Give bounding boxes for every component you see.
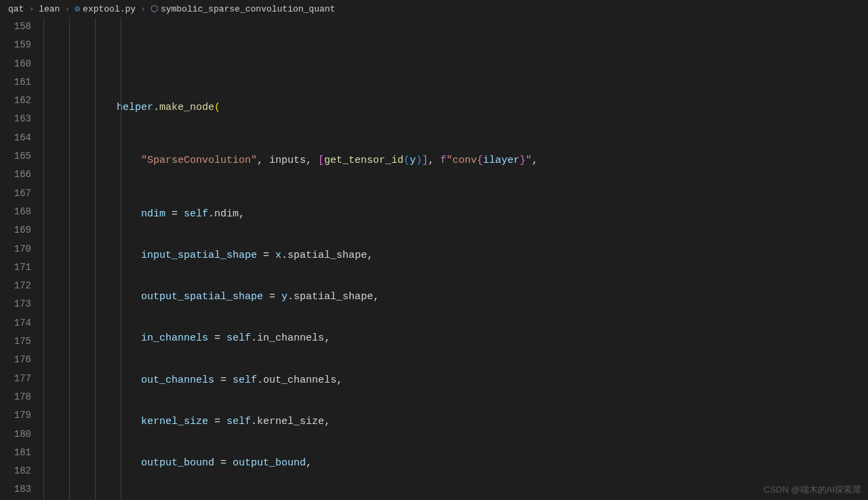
code-line[interactable]: output_spatial_shape = y.spatial_shape, xyxy=(43,288,868,306)
code-line[interactable]: output_bound = output_bound, xyxy=(43,454,868,472)
breadcrumb-item[interactable]: symbolic_sparse_convolution_quant xyxy=(161,4,335,14)
line-number: 159 xyxy=(0,36,31,54)
line-number: 162 xyxy=(0,92,31,110)
code-line[interactable]: input_spatial_shape = x.spatial_shape, xyxy=(43,246,868,265)
line-number: 158 xyxy=(0,18,31,36)
line-number: 163 xyxy=(0,110,31,128)
line-number: 175 xyxy=(0,332,31,351)
indent-guide xyxy=(69,18,70,500)
line-number: 165 xyxy=(0,147,31,166)
code-line[interactable]: in_channels = self.in_channels, xyxy=(43,329,868,347)
code-line[interactable]: helper.make_node( xyxy=(43,98,868,117)
breadcrumb-item[interactable]: qat xyxy=(8,4,24,14)
breadcrumb: qat › lean › ⚙ exptool.py › ⬡ symbolic_s… xyxy=(0,0,868,18)
line-number: 167 xyxy=(0,185,31,203)
indent-guide xyxy=(95,18,96,500)
line-number: 166 xyxy=(0,166,31,184)
line-number-gutter: 1581591601611621631641651661671681691701… xyxy=(0,18,43,500)
line-number: 182 xyxy=(0,462,31,480)
line-number: 181 xyxy=(0,444,31,462)
watermark: CSDN @端木的AI探索屋 xyxy=(764,484,861,496)
line-number: 179 xyxy=(0,406,31,425)
line-number: 176 xyxy=(0,351,31,369)
code-line[interactable]: stride = self.stride, xyxy=(43,496,868,500)
line-number: 171 xyxy=(0,258,31,277)
chevron-right-icon: › xyxy=(26,4,36,14)
line-number: 169 xyxy=(0,221,31,239)
line-number: 180 xyxy=(0,425,31,444)
code-line[interactable]: "SparseConvolution", inputs, [get_tensor… xyxy=(43,151,868,170)
breadcrumb-item[interactable]: lean xyxy=(39,4,60,14)
line-number: 160 xyxy=(0,55,31,73)
code-line[interactable]: out_channels = self.out_channels, xyxy=(43,371,868,389)
code-line[interactable]: kernel_size = self.kernel_size, xyxy=(43,412,868,431)
line-number: 178 xyxy=(0,388,31,406)
chevron-right-icon: › xyxy=(62,4,72,14)
code-editor[interactable]: 1581591601611621631641651661671681691701… xyxy=(0,18,868,500)
line-number: 173 xyxy=(0,295,31,313)
code-line[interactable]: ndim = self.ndim, xyxy=(43,205,868,223)
indent-guide xyxy=(121,18,121,500)
line-number: 161 xyxy=(0,73,31,92)
line-number: 170 xyxy=(0,240,31,258)
indent-guide xyxy=(43,18,44,500)
line-number: 174 xyxy=(0,314,31,332)
line-number: 172 xyxy=(0,277,31,295)
chevron-right-icon: › xyxy=(138,4,148,14)
breadcrumb-item[interactable]: exptool.py xyxy=(83,4,136,14)
symbol-icon: ⬡ xyxy=(151,3,158,14)
line-number: 164 xyxy=(0,129,31,147)
line-number: 168 xyxy=(0,203,31,221)
line-number: 177 xyxy=(0,370,31,388)
line-number: 183 xyxy=(0,480,31,499)
code-area[interactable]: helper.make_node( "SparseConvolution", i… xyxy=(43,18,868,500)
python-file-icon: ⚙ xyxy=(75,3,80,14)
